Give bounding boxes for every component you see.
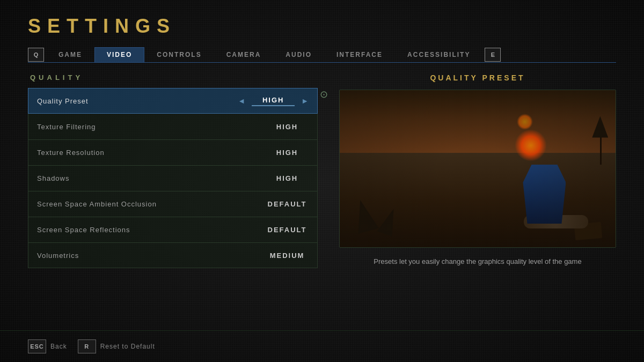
section-label: QUALITY	[28, 73, 318, 82]
nav-key-left[interactable]: Q	[28, 48, 44, 62]
footer-reset: R Reset to Default	[78, 339, 155, 353]
scroll-icon: ⊙	[320, 88, 328, 100]
setting-value-container-shadows: HIGH	[266, 174, 309, 182]
r-key[interactable]: R	[78, 339, 96, 353]
setting-value-ssr: DEFAULT	[266, 226, 309, 234]
arrow-left-quality-preset[interactable]: ◄	[238, 97, 245, 105]
setting-row-texture-filtering[interactable]: Texture FilteringHIGH	[28, 114, 318, 139]
setting-value-container-texture-resolution: HIGH	[266, 149, 309, 157]
page-title: SETTINGS	[28, 15, 616, 38]
setting-name-volumetrics: Volumetrics	[37, 252, 79, 260]
right-panel: QUALITY PRESET Presets let you easily ch…	[339, 73, 616, 320]
fog-overlay	[340, 90, 616, 247]
setting-value-container-volumetrics: MEDIUM	[266, 252, 309, 260]
footer: ESC Back R Reset to Default	[0, 330, 644, 362]
setting-value-container-ssao: DEFAULT	[266, 200, 309, 208]
scroll-indicator: ⊙	[320, 88, 328, 100]
setting-value-quality-preset: HIGH	[252, 96, 295, 106]
settings-list: Quality Preset◄HIGH►Texture FilteringHIG…	[28, 88, 318, 268]
header: SETTINGS	[0, 0, 644, 38]
nav-tab-interface[interactable]: INTERFACE	[324, 47, 395, 62]
setting-value-container-ssr: DEFAULT	[266, 226, 309, 234]
setting-row-ssr[interactable]: Screen Space ReflectionsDEFAULT	[28, 217, 318, 242]
setting-name-shadows: Shadows	[37, 174, 69, 182]
setting-value-texture-filtering: HIGH	[266, 123, 309, 131]
setting-row-shadows[interactable]: ShadowsHIGH	[28, 165, 318, 191]
reset-label: Reset to Default	[100, 343, 155, 350]
setting-name-texture-resolution: Texture Resolution	[37, 149, 105, 157]
setting-row-texture-resolution[interactable]: Texture ResolutionHIGH	[28, 139, 318, 165]
nav-tab-video[interactable]: VIDEO	[94, 47, 144, 62]
nav-tabs: GAMEVIDEOCONTROLSCAMERAAUDIOINTERFACEACC…	[46, 47, 482, 62]
setting-value-ssao: DEFAULT	[266, 200, 309, 208]
nav-key-right[interactable]: E	[485, 48, 501, 62]
setting-value-texture-resolution: HIGH	[266, 149, 309, 157]
setting-name-quality-preset: Quality Preset	[37, 97, 89, 105]
setting-value-volumetrics: MEDIUM	[266, 252, 309, 260]
setting-value-shadows: HIGH	[266, 174, 309, 182]
setting-row-ssao[interactable]: Screen Space Ambient OcclusionDEFAULT	[28, 191, 318, 217]
setting-name-ssao: Screen Space Ambient Occlusion	[37, 200, 157, 208]
setting-row-volumetrics[interactable]: VolumetricsMEDIUM	[28, 242, 318, 268]
nav-tab-controls[interactable]: CONTROLS	[144, 47, 214, 62]
left-panel: QUALITY Quality Preset◄HIGH►Texture Filt…	[28, 73, 318, 320]
footer-back: ESC Back	[28, 339, 67, 353]
arrow-right-quality-preset[interactable]: ►	[301, 97, 309, 105]
nav-tab-game[interactable]: GAME	[46, 47, 94, 62]
setting-value-container-quality-preset: ◄HIGH►	[238, 96, 309, 106]
esc-key[interactable]: ESC	[28, 339, 46, 353]
settings-page: SETTINGS Q GAMEVIDEOCONTROLSCAMERAAUDIOI…	[0, 0, 644, 362]
setting-name-ssr: Screen Space Reflections	[37, 226, 130, 234]
setting-value-container-texture-filtering: HIGH	[266, 123, 309, 131]
nav-bar: Q GAMEVIDEOCONTROLSCAMERAAUDIOINTERFACEA…	[0, 38, 644, 62]
preview-title: QUALITY PRESET	[339, 73, 616, 82]
preview-description: Presets let you easily change the graphi…	[374, 256, 581, 267]
nav-tab-accessibility[interactable]: ACCESSIBILITY	[395, 47, 482, 62]
back-label: Back	[50, 343, 67, 350]
nav-tab-audio[interactable]: AUDIO	[273, 47, 324, 62]
preview-image	[339, 90, 616, 248]
main-content: QUALITY Quality Preset◄HIGH►Texture Filt…	[0, 63, 644, 330]
setting-row-quality-preset[interactable]: Quality Preset◄HIGH►	[28, 88, 318, 114]
nav-tab-camera[interactable]: CAMERA	[214, 47, 274, 62]
setting-name-texture-filtering: Texture Filtering	[37, 123, 96, 131]
